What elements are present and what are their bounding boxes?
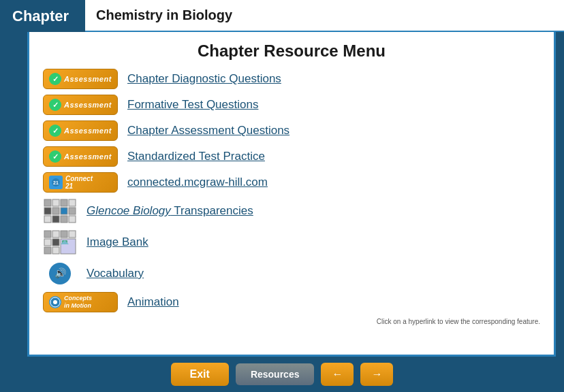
header-bar: Chapter Chemistry in Biology <box>0 0 564 32</box>
svg-rect-23 <box>44 247 51 254</box>
assessment-label: Assessment <box>64 75 112 83</box>
svg-rect-4 <box>61 199 67 206</box>
list-item: ✓ Assessment Standardized Test Practice <box>43 146 540 167</box>
concepts-icon <box>49 296 61 308</box>
svg-rect-17 <box>69 231 76 238</box>
svg-rect-24 <box>52 247 59 254</box>
svg-text:21: 21 <box>53 180 59 185</box>
svg-rect-13 <box>69 216 76 223</box>
check-icon: ✓ <box>49 150 61 163</box>
list-item: ✓ Assessment Formative Test Questions <box>43 95 540 115</box>
assessment-label: Assessment <box>64 152 112 161</box>
concepts-label: Conceptsin Motion <box>64 295 92 310</box>
connected-link[interactable]: connected.mcgraw-hill.com <box>127 176 268 189</box>
svg-rect-11 <box>52 216 59 223</box>
connect-badge: 21 Connect21 <box>43 172 118 193</box>
svg-rect-16 <box>61 231 67 238</box>
svg-rect-10 <box>44 216 51 223</box>
vocabulary-icon: 🔊 <box>43 261 77 287</box>
svg-text:🔊: 🔊 <box>54 267 67 279</box>
vocabulary-link[interactable]: Vocabulary <box>87 267 144 280</box>
animation-link[interactable]: Animation <box>127 295 179 309</box>
left-strip <box>0 32 27 357</box>
list-item: ✓ Assessment Chapter Assessment Question… <box>43 120 540 141</box>
svg-rect-19 <box>52 239 59 246</box>
standardized-link[interactable]: Standardized Test Practice <box>127 150 265 163</box>
connect-icon: 21 <box>49 176 63 189</box>
connect-label: Connect21 <box>65 175 93 190</box>
image-bank-icon <box>43 229 77 255</box>
list-item: Image Bank <box>43 229 540 255</box>
svg-rect-5 <box>69 199 76 206</box>
svg-rect-14 <box>44 231 51 238</box>
list-item: Glencoe Biology Transparencies <box>43 198 540 224</box>
arrow-left-button[interactable]: ← <box>321 363 354 386</box>
assessment-badge-chapter: ✓ Assessment <box>43 120 118 141</box>
concepts-badge: Conceptsin Motion <box>43 292 118 312</box>
formative-link[interactable]: Formative Test Questions <box>127 98 258 112</box>
assessment-label: Assessment <box>64 127 112 135</box>
assessment-badge-formative: ✓ Assessment <box>43 95 118 115</box>
assessment-badge-diagnostic: ✓ Assessment <box>43 69 118 89</box>
svg-point-28 <box>53 300 57 304</box>
footnote: Click on a hyperlink to view the corresp… <box>43 318 540 325</box>
list-item: 21 Connect21 connected.mcgraw-hill.com <box>43 172 540 193</box>
exit-button[interactable]: Exit <box>171 363 229 386</box>
resources-button[interactable]: Resources <box>236 363 315 385</box>
svg-rect-2 <box>44 199 51 206</box>
assessment-label: Assessment <box>64 101 112 109</box>
main-content: Chapter Resource Menu ✓ Assessment Chapt… <box>27 32 556 357</box>
chapter-assessment-link[interactable]: Chapter Assessment Questions <box>127 124 289 137</box>
header-title: Chemistry in Biology <box>85 0 564 32</box>
menu-title: Chapter Resource Menu <box>43 42 540 61</box>
check-icon: ✓ <box>49 73 61 85</box>
chapter-tab: Chapter <box>0 0 85 32</box>
transparencies-link[interactable]: Glencoe Biology Transparencies <box>87 204 253 218</box>
header-title-text: Chemistry in Biology <box>96 7 232 23</box>
check-icon: ✓ <box>49 99 61 111</box>
assessment-badge-standardized: ✓ Assessment <box>43 146 118 167</box>
list-item: Conceptsin Motion Animation <box>43 292 540 312</box>
svg-rect-3 <box>52 199 59 206</box>
svg-rect-9 <box>69 208 76 214</box>
svg-rect-15 <box>52 231 59 238</box>
list-item: ✓ Assessment Chapter Diagnostic Question… <box>43 69 540 89</box>
chapter-label: Chapter <box>12 7 69 25</box>
arrow-right-button[interactable]: → <box>360 363 393 386</box>
bottom-bar: Exit Resources ← → <box>0 357 564 392</box>
svg-rect-8 <box>61 208 67 214</box>
image-bank-link[interactable]: Image Bank <box>87 235 148 249</box>
diagnostic-link[interactable]: Chapter Diagnostic Questions <box>127 72 281 86</box>
list-item: 🔊 Vocabulary <box>43 261 540 287</box>
svg-rect-7 <box>52 208 59 214</box>
transparencies-icon <box>43 198 77 224</box>
svg-rect-12 <box>61 216 67 223</box>
svg-rect-6 <box>44 208 51 214</box>
svg-rect-18 <box>44 239 51 246</box>
check-icon: ✓ <box>49 125 61 137</box>
